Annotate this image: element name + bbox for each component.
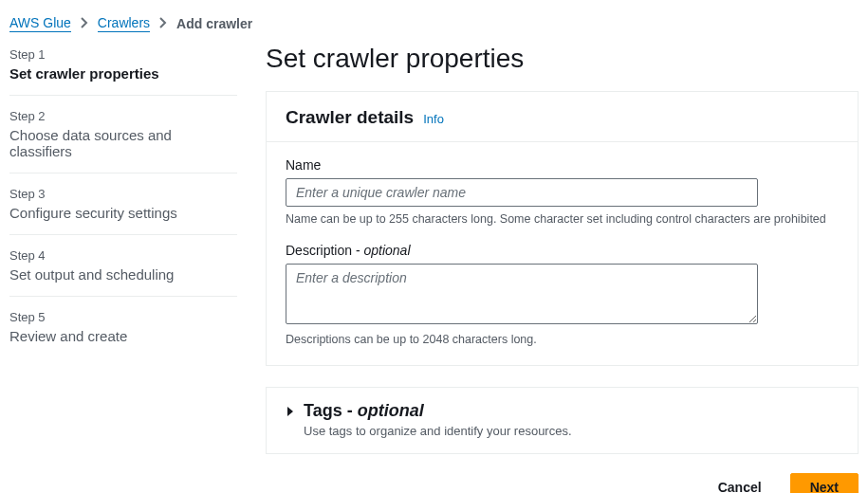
wizard-step-4[interactable]: Step 4 Set output and scheduling [9,235,237,297]
description-label-optional: optional [363,243,410,258]
description-label-text: Description - [286,243,363,258]
chevron-right-icon [159,16,167,31]
wizard-step-5[interactable]: Step 5 Review and create [9,297,237,357]
panel-header: Crawler details Info [267,92,858,142]
description-label: Description - optional [286,243,839,258]
wizard-step-label: Step 5 [9,310,237,324]
wizard-footer: Cancel Next [266,473,859,493]
wizard-nav: Step 1 Set crawler properties Step 2 Cho… [9,44,266,357]
wizard-step-label: Step 3 [9,187,237,201]
main-content: Set crawler properties Crawler details I… [266,44,868,493]
tags-panel[interactable]: Tags - optional Use tags to organize and… [266,387,859,454]
wizard-step-3[interactable]: Step 3 Configure security settings [9,173,237,235]
wizard-step-2[interactable]: Step 2 Choose data sources and classifie… [9,96,237,173]
crawler-details-panel: Crawler details Info Name Name can be up… [266,91,859,366]
name-input[interactable] [286,178,758,207]
tags-title-optional: optional [358,401,424,420]
cancel-button[interactable]: Cancel [699,474,781,493]
wizard-step-label: Step 4 [9,248,237,263]
tags-subtitle: Use tags to organize and identify your r… [304,424,572,438]
tags-title-text: Tags - [304,401,358,420]
breadcrumb-current: Add crawler [176,16,252,31]
panel-body: Name Name can be up to 255 characters lo… [267,142,858,365]
wizard-step-title: Configure security settings [9,205,237,221]
info-link[interactable]: Info [423,112,444,126]
wizard-step-label: Step 2 [9,109,237,123]
panel-title: Crawler details [286,107,414,128]
tags-panel-header: Tags - optional Use tags to organize and… [286,401,839,438]
chevron-right-icon [81,16,88,31]
name-hint: Name can be up to 255 characters long. S… [286,212,839,226]
caret-right-icon [286,405,295,420]
wizard-step-title: Set output and scheduling [9,266,237,283]
description-hint: Descriptions can be up to 2048 character… [286,333,839,346]
breadcrumb-crawlers[interactable]: Crawlers [98,15,150,32]
wizard-step-1[interactable]: Step 1 Set crawler properties [9,47,237,96]
spacer [665,475,690,493]
name-field: Name Name can be up to 255 characters lo… [286,157,839,226]
page-title: Set crawler properties [266,44,859,74]
name-label: Name [286,157,839,173]
wizard-step-title: Set crawler properties [9,65,237,82]
description-field: Description - optional Descriptions can … [286,243,839,346]
breadcrumb-aws-glue[interactable]: AWS Glue [9,15,71,32]
wizard-step-title: Choose data sources and classifiers [9,127,237,159]
tags-title: Tags - optional [304,401,572,421]
breadcrumb: AWS Glue Crawlers Add crawler [0,0,868,38]
wizard-step-title: Review and create [9,328,237,344]
wizard-step-label: Step 1 [9,47,237,62]
next-button[interactable]: Next [790,473,859,493]
description-input[interactable] [286,264,758,324]
